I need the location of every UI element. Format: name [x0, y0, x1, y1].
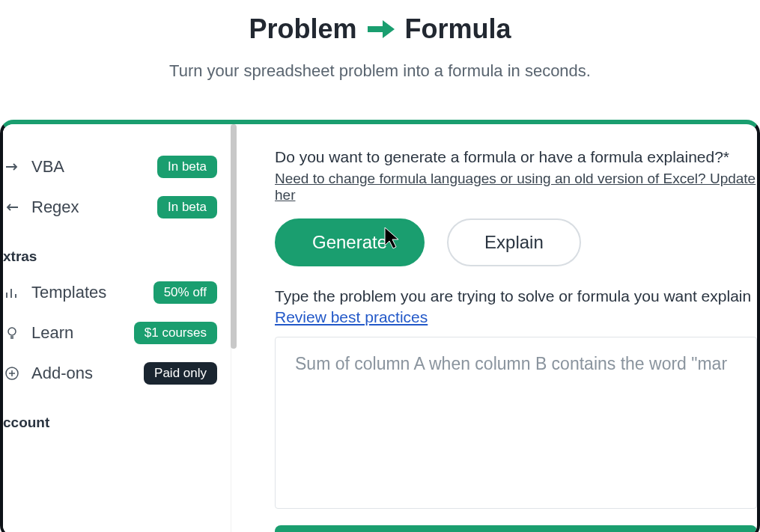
sidebar-item-label: Learn [31, 323, 124, 343]
language-settings-link[interactable]: Need to change formula languages or usin… [275, 171, 757, 204]
sidebar-item-regex[interactable]: Regex In beta [3, 187, 217, 227]
sidebar-item-label: Regex [31, 198, 147, 217]
app-window: VBA In beta Regex In beta xtras Template… [0, 120, 760, 532]
sidebar-item-vba[interactable]: VBA In beta [3, 147, 217, 187]
arrow-right-icon [366, 17, 396, 41]
badge-discount: 50% off [153, 281, 217, 304]
chart-icon [3, 285, 21, 300]
sidebar: VBA In beta Regex In beta xtras Template… [3, 124, 231, 532]
badge-paid: Paid only [144, 362, 217, 385]
badge-courses: $1 courses [134, 322, 217, 344]
submit-button[interactable] [275, 525, 757, 532]
section-extras: xtras [3, 227, 217, 272]
page-title: Problem Formula [0, 13, 760, 45]
bulb-icon [3, 325, 21, 340]
main-panel: Do you want to generate a formula or hav… [231, 124, 757, 532]
mode-toggle: Generate Explain [275, 218, 757, 266]
badge-beta: In beta [157, 196, 217, 218]
sidebar-item-learn[interactable]: Learn $1 courses [3, 313, 217, 353]
arrow-swap-icon [3, 159, 21, 174]
prompt-label: Type the problem you are trying to solve… [275, 287, 757, 305]
title-left: Problem [249, 13, 356, 45]
subtitle: Turn your spreadsheet problem into a for… [0, 61, 760, 81]
svg-point-0 [8, 328, 16, 335]
section-account: ccount [3, 394, 217, 438]
plus-circle-icon [3, 366, 21, 381]
problem-input[interactable] [275, 337, 757, 509]
question-label: Do you want to generate a formula or hav… [275, 148, 757, 166]
title-right: Formula [405, 13, 511, 45]
sidebar-item-label: Templates [31, 283, 143, 302]
sidebar-item-templates[interactable]: Templates 50% off [3, 272, 217, 313]
arrow-left-icon [3, 200, 21, 215]
explain-button[interactable]: Explain [447, 218, 581, 266]
generate-button[interactable]: Generate [275, 218, 425, 266]
sidebar-item-label: VBA [31, 157, 147, 177]
sidebar-item-addons[interactable]: Add-ons Paid only [3, 353, 217, 394]
sidebar-item-label: Add-ons [31, 364, 133, 383]
review-practices-link[interactable]: Review best practices [275, 308, 428, 326]
badge-beta: In beta [157, 156, 217, 178]
